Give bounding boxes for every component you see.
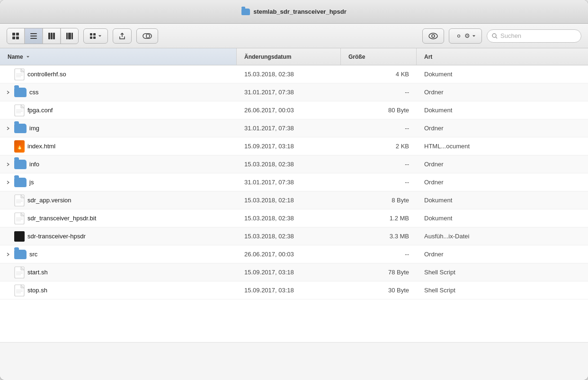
file-name-text: fpga.conf bbox=[27, 107, 53, 114]
file-date: 26.06.2017, 00:03 bbox=[237, 251, 341, 258]
expand-arrow[interactable] bbox=[5, 251, 11, 258]
table-row[interactable]: info15.03.2018, 02:38--Ordner bbox=[0, 155, 588, 173]
file-name-text: info bbox=[29, 161, 39, 168]
svg-rect-15 bbox=[90, 36, 92, 39]
tag-button[interactable] bbox=[136, 28, 158, 44]
file-name-cell: start.sh bbox=[0, 266, 237, 279]
file-size: -- bbox=[341, 251, 417, 258]
view-cover-button[interactable] bbox=[61, 28, 78, 44]
table-row[interactable]: sdr-transceiver-hpsdr15.03.2018, 02:383.… bbox=[0, 227, 588, 245]
expand-arrow[interactable] bbox=[5, 179, 11, 186]
table-row[interactable]: sdr_app.version15.03.2018, 02:188 ByteDo… bbox=[0, 191, 588, 209]
title-bar: stemlab_sdr_transceiver_hpsdr bbox=[0, 0, 588, 24]
file-type: Shell Script bbox=[417, 287, 588, 294]
file-name-text: src bbox=[29, 251, 37, 258]
action-button[interactable]: ⚙ bbox=[449, 28, 482, 44]
file-size: 1.2 MB bbox=[341, 215, 417, 222]
file-icon bbox=[14, 178, 27, 187]
col-header-date[interactable]: Änderungsdatum bbox=[237, 48, 341, 65]
file-size: 30 Byte bbox=[341, 287, 417, 294]
file-name-cell: css bbox=[0, 88, 237, 97]
svg-rect-10 bbox=[66, 33, 68, 39]
table-row[interactable]: sdr_transceiver_hpsdr.bit15.03.2018, 02:… bbox=[0, 209, 588, 227]
file-size: 4 KB bbox=[341, 71, 417, 78]
file-name-text: index.html bbox=[27, 143, 55, 150]
table-row[interactable]: index.html15.09.2017, 03:182 KBHTML...oc… bbox=[0, 137, 588, 155]
file-icon bbox=[14, 68, 25, 81]
file-name-text: sdr-transceiver-hpsdr bbox=[27, 233, 86, 240]
table-row[interactable]: fpga.conf26.06.2017, 00:0380 ByteDokumen… bbox=[0, 101, 588, 119]
file-name-text: stop.sh bbox=[27, 287, 47, 294]
file-type: Ausfüh...ix-Datei bbox=[417, 233, 588, 240]
file-name-text: css bbox=[29, 89, 39, 96]
view-column-button[interactable] bbox=[43, 28, 61, 44]
table-row[interactable]: js31.01.2017, 07:38--Ordner bbox=[0, 173, 588, 191]
file-name-text: controllerhf.so bbox=[27, 71, 66, 78]
arrange-button[interactable] bbox=[83, 28, 108, 44]
file-date: 15.09.2017, 03:18 bbox=[237, 143, 341, 150]
window-title: stemlab_sdr_transceiver_hpsdr bbox=[253, 8, 347, 15]
preview-button[interactable] bbox=[422, 28, 444, 44]
table-row[interactable]: controllerhf.so15.03.2018, 02:384 KBDoku… bbox=[0, 65, 588, 83]
table-row[interactable]: stop.sh15.09.2017, 03:1830 ByteShell Scr… bbox=[0, 281, 588, 299]
file-size: -- bbox=[341, 125, 417, 132]
file-type: Dokument bbox=[417, 197, 588, 204]
file-size: -- bbox=[341, 179, 417, 186]
col-header-name[interactable]: Name bbox=[0, 48, 237, 65]
file-date: 31.01.2017, 07:38 bbox=[237, 89, 341, 96]
file-type: Dokument bbox=[417, 107, 588, 114]
file-type: Ordner bbox=[417, 161, 588, 168]
table-row[interactable]: css31.01.2017, 07:38--Ordner bbox=[0, 83, 588, 101]
svg-rect-7 bbox=[48, 33, 50, 39]
file-icon bbox=[14, 104, 25, 117]
file-icon bbox=[14, 160, 27, 169]
svg-rect-16 bbox=[93, 36, 96, 39]
file-name-text: sdr_app.version bbox=[27, 197, 71, 204]
col-header-type[interactable]: Art bbox=[417, 48, 588, 65]
file-icon bbox=[14, 88, 27, 97]
file-size: 3.3 MB bbox=[341, 233, 417, 240]
file-date: 15.09.2017, 03:18 bbox=[237, 287, 341, 294]
file-icon bbox=[14, 194, 25, 207]
svg-point-20 bbox=[432, 35, 435, 37]
search-placeholder: Suchen bbox=[500, 32, 521, 39]
table-row[interactable]: start.sh15.09.2017, 03:1878 ByteShell Sc… bbox=[0, 263, 588, 281]
file-name-cell: info bbox=[0, 160, 237, 169]
file-date: 15.03.2018, 02:38 bbox=[237, 71, 341, 78]
expand-arrow[interactable] bbox=[5, 125, 11, 132]
file-type: Shell Script bbox=[417, 269, 588, 276]
file-name-cell: sdr_app.version bbox=[0, 194, 237, 207]
file-icon bbox=[14, 124, 27, 133]
file-date: 15.03.2018, 02:18 bbox=[237, 197, 341, 204]
file-name-cell: sdr_transceiver_hpsdr.bit bbox=[0, 212, 237, 225]
expand-arrow[interactable] bbox=[5, 161, 11, 168]
table-row[interactable]: img31.01.2017, 07:38--Ordner bbox=[0, 119, 588, 137]
file-name-text: js bbox=[29, 179, 34, 186]
share-button[interactable] bbox=[113, 28, 132, 44]
file-date: 31.01.2017, 07:38 bbox=[237, 125, 341, 132]
file-name-cell: src bbox=[0, 250, 237, 259]
file-icon bbox=[14, 140, 25, 153]
svg-rect-1 bbox=[16, 33, 19, 36]
table-row[interactable]: src26.06.2017, 00:03--Ordner bbox=[0, 245, 588, 263]
file-type: Ordner bbox=[417, 251, 588, 258]
file-name-text: start.sh bbox=[27, 269, 48, 276]
file-name-cell: js bbox=[0, 178, 237, 187]
col-header-size[interactable]: Größe bbox=[341, 48, 417, 65]
file-name-cell: sdr-transceiver-hpsdr bbox=[0, 231, 237, 242]
expand-arrow[interactable] bbox=[5, 89, 11, 96]
file-size: -- bbox=[341, 161, 417, 168]
window-title-area: stemlab_sdr_transceiver_hpsdr bbox=[241, 8, 347, 15]
svg-rect-2 bbox=[12, 36, 15, 39]
search-box[interactable]: Suchen bbox=[487, 29, 581, 43]
svg-rect-5 bbox=[30, 36, 37, 36]
svg-rect-6 bbox=[30, 38, 37, 39]
file-date: 31.01.2017, 07:38 bbox=[237, 179, 341, 186]
file-date: 15.03.2018, 02:38 bbox=[237, 161, 341, 168]
file-name-text: img bbox=[29, 125, 39, 132]
column-headers: Name Änderungsdatum Größe Art bbox=[0, 48, 588, 65]
svg-rect-13 bbox=[90, 33, 92, 36]
file-name-cell: controllerhf.so bbox=[0, 68, 237, 81]
view-list-button[interactable] bbox=[25, 28, 43, 44]
view-icon-button[interactable] bbox=[7, 28, 25, 44]
